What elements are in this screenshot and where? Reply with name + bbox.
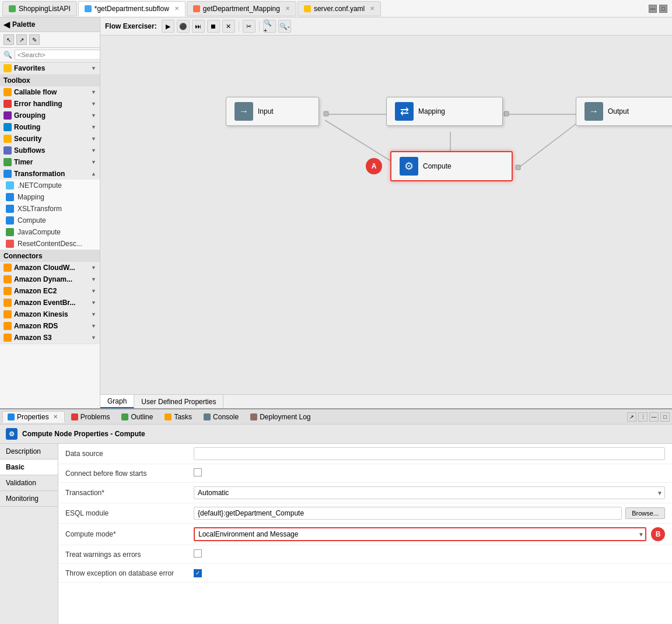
callable-flow-header[interactable]: Callable flow ▼: [0, 86, 100, 98]
item-netcompute[interactable]: .NETCompute: [0, 180, 100, 191]
amazon-rds-header[interactable]: Amazon RDS ▼: [0, 320, 100, 332]
tab-icon-serverconf: [304, 5, 311, 12]
error-handling-chevron: ▼: [91, 101, 96, 107]
back-icon[interactable]: ◀: [4, 20, 10, 29]
panel-action-open[interactable]: ↗: [627, 412, 636, 422]
stop-button[interactable]: ⏹: [207, 20, 220, 33]
canvas-tab-graph[interactable]: Graph: [100, 395, 134, 408]
esql-input[interactable]: [194, 507, 622, 520]
minimize-button[interactable]: —: [649, 5, 657, 13]
zoom-out-button[interactable]: 🔍-: [278, 20, 291, 33]
favorites-label: Favorites: [14, 64, 45, 72]
flow-connections: [100, 36, 672, 394]
grouping-header[interactable]: Grouping ▼: [0, 110, 100, 121]
panel-tab-deployment[interactable]: Deployment Log: [245, 411, 316, 423]
panel-body: Description Basic Validation Monitoring …: [0, 444, 672, 624]
item-resetcontent[interactable]: ResetContentDesc...: [0, 238, 100, 250]
browse-button[interactable]: Browse...: [625, 507, 665, 519]
input-node[interactable]: → Input: [226, 97, 319, 126]
sidebar-item-description[interactable]: Description: [0, 444, 58, 460]
tab-close-serverconf[interactable]: ✕: [370, 5, 374, 12]
record-button[interactable]: ⚫: [177, 20, 190, 33]
run-button[interactable]: ▶: [162, 20, 174, 33]
compute-node[interactable]: ⚙ Compute: [390, 151, 513, 181]
security-header[interactable]: Security ▼: [0, 133, 100, 145]
item-xsltransform[interactable]: XSLTransform: [0, 203, 100, 215]
routing-label: Routing: [14, 123, 40, 131]
canvas-tab-udp[interactable]: User Defined Properties: [134, 395, 223, 408]
restore-button[interactable]: □: [659, 5, 667, 13]
amazon-s3-header[interactable]: Amazon S3 ▼: [0, 332, 100, 343]
panel-action-minimize[interactable]: —: [649, 412, 659, 422]
timer-header[interactable]: Timer ▼: [0, 156, 100, 168]
item-label-xsltransform: XSLTransform: [18, 205, 62, 213]
item-javacompute[interactable]: JavaCompute: [0, 226, 100, 238]
amazon-dynam-label: Amazon Dynam...: [14, 275, 72, 283]
connect-before-checkbox[interactable]: [194, 468, 202, 476]
tab-icon-subflow: [85, 5, 92, 12]
amazon-s3-label: Amazon S3: [14, 334, 52, 342]
flow-canvas[interactable]: → Input ⇄ Mapping → Output ⚙ Compute A: [100, 36, 672, 394]
error-handling-label: Error handling: [14, 100, 62, 108]
sidebar-item-validation[interactable]: Validation: [0, 475, 58, 491]
panel-tab-properties[interactable]: Properties ✕: [2, 411, 65, 423]
grouping-label: Grouping: [14, 111, 46, 120]
output-node[interactable]: → Output: [576, 97, 672, 126]
tab-shopping-api[interactable]: ShoppingListAPI: [2, 1, 77, 16]
sidebar-item-basic[interactable]: Basic: [0, 460, 58, 475]
panel-tab-properties-label: Properties: [17, 413, 49, 421]
sidebar-item-monitoring[interactable]: Monitoring: [0, 491, 58, 507]
routing-icon: [4, 123, 12, 131]
search-icon: 🔍: [4, 51, 12, 59]
tab-subflow[interactable]: *getDepartment.subflow ✕: [78, 1, 186, 16]
tab-bar: ShoppingListAPI *getDepartment.subflow ✕…: [0, 0, 672, 17]
amazon-dynam-header[interactable]: Amazon Dynam... ▼: [0, 274, 100, 285]
output-node-icon: →: [584, 102, 603, 121]
mapping-node[interactable]: ⇄ Mapping: [386, 97, 503, 126]
throw-exception-label: Throw exception on database error: [65, 569, 194, 577]
throw-exception-checkbox[interactable]: ✓: [194, 569, 202, 577]
properties-tab-close[interactable]: ✕: [51, 413, 60, 421]
transformation-header[interactable]: Transformation ▲: [0, 168, 100, 180]
panel-tab-console[interactable]: Console: [198, 411, 244, 423]
panel-tab-tasks[interactable]: Tasks: [159, 411, 197, 423]
clear-button[interactable]: ✕: [222, 20, 235, 33]
tab-close-mapping[interactable]: ✕: [285, 5, 290, 12]
connectors-section: Connectors Amazon CloudW... ▼ Amazon Dyn…: [0, 250, 100, 344]
delete-button[interactable]: ✂: [243, 20, 256, 33]
panel-action-maximize[interactable]: □: [660, 412, 670, 422]
pointer-tool[interactable]: ↗: [16, 34, 27, 45]
zoom-in-button[interactable]: 🔍+: [263, 20, 276, 33]
select-tool[interactable]: ↖: [4, 34, 14, 45]
esql-value: Browse...: [194, 507, 665, 520]
compute-mode-select[interactable]: LocalEnvironment and Message: [194, 527, 646, 541]
transaction-select[interactable]: Automatic: [194, 486, 665, 499]
amazon-kinesis-header[interactable]: Amazon Kinesis ▼: [0, 309, 100, 320]
favorites-header[interactable]: Favorites ▼: [0, 62, 100, 74]
search-input[interactable]: [15, 50, 100, 60]
step-button[interactable]: ⏭: [192, 20, 205, 33]
compute-node-label: Compute: [423, 162, 452, 170]
throw-exception-value: ✓: [194, 569, 665, 577]
datasource-input[interactable]: [194, 447, 665, 460]
error-handling-header[interactable]: Error handling ▼: [0, 98, 100, 110]
amazon-ec2-header[interactable]: Amazon EC2 ▼: [0, 285, 100, 297]
treat-warnings-checkbox[interactable]: [194, 549, 202, 558]
routing-header[interactable]: Routing ▼: [0, 121, 100, 133]
panel-tab-outline[interactable]: Outline: [116, 411, 158, 423]
connect-tool[interactable]: ✎: [29, 34, 40, 45]
item-icon-javacompute: [6, 228, 14, 236]
datasource-label: Data source: [65, 450, 194, 458]
subflows-header[interactable]: Subflows ▼: [0, 145, 100, 156]
item-compute[interactable]: Compute: [0, 215, 100, 226]
item-icon-resetcontent: [6, 240, 14, 248]
tab-close-subflow[interactable]: ✕: [174, 5, 179, 12]
tab-mapping[interactable]: getDepartment_Mapping ✕: [187, 1, 296, 16]
panel-action-menu[interactable]: ⋮: [638, 412, 648, 422]
amazon-cloudw-header[interactable]: Amazon CloudW... ▼: [0, 262, 100, 274]
item-mapping[interactable]: Mapping: [0, 191, 100, 203]
tab-serverconf[interactable]: server.conf.yaml ✕: [298, 1, 381, 16]
panel-tab-problems[interactable]: Problems: [66, 411, 116, 423]
amazon-eventbr-header[interactable]: Amazon EventBr... ▼: [0, 297, 100, 309]
annotation-a: A: [366, 158, 382, 174]
